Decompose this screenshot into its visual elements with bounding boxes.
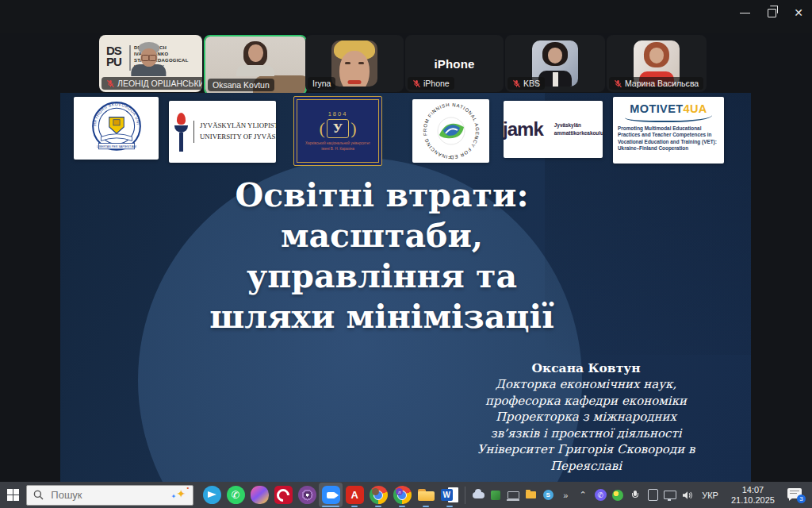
acrobat-icon: A: [346, 486, 364, 504]
laptop-tray-icon[interactable]: [507, 489, 519, 502]
restore-button[interactable]: [758, 0, 785, 25]
tablet-mode-icon[interactable]: [646, 489, 659, 502]
minimize-button[interactable]: [731, 0, 758, 25]
viber-tray-icon[interactable]: ✆: [594, 489, 607, 502]
taskbar-red-browser[interactable]: [271, 483, 295, 507]
avatar: [331, 40, 377, 87]
language-indicator[interactable]: УКР: [702, 491, 718, 500]
search-icon: [33, 490, 44, 500]
microphone-tray-icon[interactable]: [629, 489, 642, 502]
participant-name-label: Марина Васильєва: [609, 77, 703, 90]
participant-tile-maryna[interactable]: Марина Васильєва: [607, 35, 707, 92]
motivet-swoosh: [625, 115, 712, 122]
muted-mic-icon: [614, 79, 622, 88]
logo-university-of-jyvaskyla: JYVÄSKYLÄN YLIOPISTO UNIVERSITY OF JYVÄS…: [169, 101, 276, 163]
telegram-icon: [203, 486, 221, 504]
taskbar-zoom[interactable]: [319, 483, 343, 507]
logo-karazin-university: 1804 ( У ) Харківський національний унів…: [293, 96, 382, 166]
taskbar-chrome-profile1[interactable]: [366, 483, 390, 507]
taskbar-file-explorer[interactable]: [414, 483, 438, 507]
participant-name-label: Oksana Kovtun: [208, 79, 274, 91]
dspu-logo-text: DSPU: [106, 45, 124, 67]
participant-video-person: [236, 41, 274, 76]
green-dot-tray-icon[interactable]: [611, 489, 624, 502]
whatsapp-icon: ✆: [227, 486, 245, 504]
network-display-icon[interactable]: [664, 489, 676, 502]
file-explorer-icon: [417, 486, 435, 504]
muted-mic-icon: [512, 79, 521, 88]
participant-tile-iryna[interactable]: Iryna: [305, 35, 404, 92]
logo-jamk: jamk Jyväskylän ammattikorkeakoulu: [504, 101, 603, 158]
participant-video-person: [131, 42, 166, 76]
logo-finnish-national-agency: FINANCING FROM FINNISH NATIONAL AGENCY F…: [412, 99, 489, 163]
participant-tile-leonid[interactable]: DSPU DROHOBYCH IVAN FRANKO STATE PEDAGOG…: [99, 35, 202, 92]
laurel-right: ): [350, 120, 356, 137]
close-button[interactable]: ✕: [785, 0, 812, 25]
taskbar-chrome-profile2[interactable]: л: [390, 483, 414, 507]
close-icon: ✕: [794, 7, 803, 18]
muted-mic-icon: [106, 79, 115, 88]
participant-name-label: iPhone: [408, 77, 454, 90]
show-hidden-icons-button[interactable]: ⌃: [576, 489, 589, 502]
restore-icon: [768, 9, 776, 17]
word-icon: [441, 486, 459, 504]
author-name: Оксана Ковтун: [427, 360, 745, 376]
folder-tray-icon[interactable]: [524, 489, 537, 502]
muted-mic-icon: [412, 79, 421, 88]
torch-icon: [174, 113, 188, 152]
slide-title: Освітні втрати: масштаби, управління та …: [60, 175, 703, 337]
gradient-drop-icon: [251, 486, 269, 504]
taskbar-word[interactable]: [438, 483, 462, 507]
search-input[interactable]: [49, 488, 155, 502]
participant-name-label: ЛЕОНІД ОРШАНСЬКИЙ: [102, 77, 202, 90]
participant-name-label: Iryna: [308, 77, 335, 90]
logo-skovoroda-university: HRYHORII SKOVORODA UNIVERSITY IN PEREIAS…: [74, 97, 159, 160]
taskbar-separator: [465, 487, 465, 504]
clock[interactable]: 14:07 21.10.2025: [731, 485, 775, 505]
slide-author-block: Оксана Ковтун Докторка економічних наук,…: [427, 360, 745, 474]
taskbar-acrobat[interactable]: A: [343, 483, 366, 507]
taskbar-gradient-app[interactable]: [247, 483, 271, 507]
tray-time: 14:07: [731, 485, 775, 495]
presentation-slide: HRYHORII SKOVORODA UNIVERSITY IN PEREIAS…: [60, 93, 751, 482]
logo-motivet4ua: MOTIVET4UA Promoting Multimodal Educatio…: [613, 97, 724, 164]
taskbar-whatsapp[interactable]: ✆: [224, 483, 247, 507]
logo1-motto: LIBERTAS PER SAPIENTIAM: [97, 145, 136, 148]
red-crescent-icon: [274, 486, 293, 504]
windows-taskbar: ✦ ✆ A л S » ⌃ ✆ УКР 14:07 21.10.2025: [0, 482, 812, 508]
zoom-icon: [322, 486, 340, 504]
taskbar-tor-browser[interactable]: [295, 483, 319, 507]
start-button[interactable]: [0, 482, 26, 508]
overflow-chevron-icon[interactable]: »: [559, 489, 572, 502]
copilot-sparkle-icon: ✦: [177, 488, 186, 499]
participant-tile-kbs[interactable]: KBS: [505, 35, 605, 92]
laurel-left: (: [319, 120, 324, 137]
windows-logo-icon: [7, 489, 19, 501]
window-titlebar: ✕: [0, 0, 812, 33]
notification-badge: 3: [797, 495, 806, 503]
taskbar-telegram[interactable]: [200, 483, 224, 507]
onedrive-icon[interactable]: [472, 489, 485, 502]
tray-date: 21.10.2025: [731, 495, 775, 506]
taskbar-search[interactable]: ✦: [26, 485, 193, 506]
participant-tile-iphone[interactable]: iPhone iPhone: [405, 35, 504, 92]
volume-icon[interactable]: [681, 489, 694, 502]
green-app-tray-icon[interactable]: [489, 489, 502, 502]
skype-tray-icon[interactable]: S: [542, 489, 554, 502]
tor-browser-icon: [298, 486, 316, 504]
participant-name-label: KBS: [508, 77, 545, 90]
participant-tile-oksana-kovtun[interactable]: Oksana Kovtun: [204, 35, 307, 95]
minimize-icon: [740, 13, 750, 13]
notification-center-button[interactable]: 3: [787, 488, 804, 502]
